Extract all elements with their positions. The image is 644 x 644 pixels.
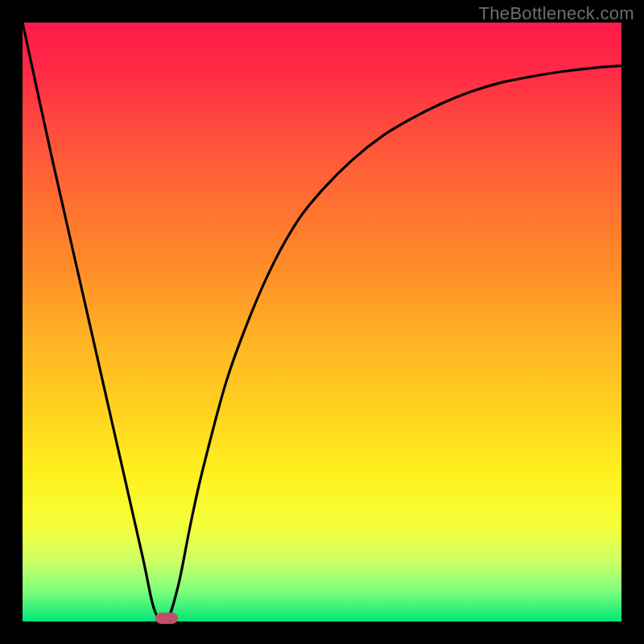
watermark: TheBottleneck.com: [479, 3, 634, 24]
plot-area: [23, 23, 621, 621]
bottleneck-curve-svg: [23, 23, 621, 621]
minimum-marker: [155, 613, 178, 624]
bottleneck-curve: [23, 23, 621, 621]
